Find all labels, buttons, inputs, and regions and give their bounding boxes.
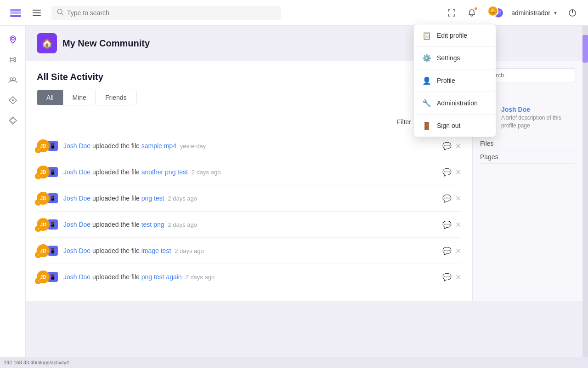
user-avatar: 🔔 AD xyxy=(487,6,508,20)
delete-button-1[interactable]: ✕ xyxy=(455,168,461,177)
svg-rect-3 xyxy=(33,10,41,11)
activity-action-2: uploaded the file xyxy=(92,195,141,202)
delete-button-4[interactable]: ✕ xyxy=(455,247,461,255)
svg-rect-1 xyxy=(10,9,21,12)
activity-actions-3: 💬 ✕ xyxy=(442,220,461,229)
sidebar-item-group[interactable] xyxy=(5,72,21,88)
svg-point-16 xyxy=(10,78,13,80)
activity-time-5: 2 days ago xyxy=(186,274,215,281)
search-input[interactable] xyxy=(67,9,276,17)
activity-avatar-5: ↑ JD 📱 xyxy=(37,270,58,283)
scrollbar-thumb[interactable] xyxy=(582,35,588,63)
comment-button-5[interactable]: 💬 xyxy=(442,273,452,282)
activity-text-2: Josh Doe uploaded the file png test 2 da… xyxy=(63,195,442,202)
activity-user-link-5[interactable]: Josh Doe xyxy=(63,273,90,281)
notifications-button[interactable] xyxy=(464,5,480,21)
activity-file-link-3[interactable]: test png xyxy=(141,221,164,228)
delete-button-3[interactable]: ✕ xyxy=(455,220,461,229)
activity-time-0: yesterday xyxy=(180,143,206,150)
profile-name[interactable]: Josh Doe xyxy=(501,106,575,113)
topbar: 🔔 AD administrador ▾ xyxy=(0,0,588,26)
delete-button-2[interactable]: ✕ xyxy=(455,194,461,203)
svg-point-19 xyxy=(12,99,14,101)
activity-action-1: uploaded the file xyxy=(92,168,141,176)
profile-icon: 👤 xyxy=(422,76,431,85)
comment-button-3[interactable]: 💬 xyxy=(442,220,452,229)
activity-item: ↑ JD 📱 Josh Doe uploaded the file anothe… xyxy=(37,159,461,185)
activity-user-link-2[interactable]: Josh Doe xyxy=(63,195,90,202)
svg-point-6 xyxy=(57,9,62,14)
power-button[interactable] xyxy=(564,5,581,21)
delete-button-0[interactable]: ✕ xyxy=(455,142,461,150)
tab-friends[interactable]: Friends xyxy=(96,90,136,105)
activity-text-0: Josh Doe uploaded the file sample mp4 ye… xyxy=(63,142,442,150)
activity-user-link-3[interactable]: Josh Doe xyxy=(63,221,90,228)
community-icon: 🏠 xyxy=(37,33,57,53)
activity-time-3: 2 days ago xyxy=(168,221,197,228)
dropdown-profile-label: Profile xyxy=(437,77,455,84)
activity-time-2: 2 days ago xyxy=(168,195,197,202)
activity-action-0: uploaded the file xyxy=(92,142,141,150)
sidebar-item-diamond2[interactable] xyxy=(5,112,21,129)
activity-file-link-2[interactable]: png test xyxy=(141,195,164,202)
dropdown-edit-profile-label: Edit profile xyxy=(437,32,467,39)
activity-time-1: 2 days ago xyxy=(192,169,221,176)
activity-file-link-4[interactable]: image test xyxy=(141,247,171,254)
svg-point-14 xyxy=(14,58,16,59)
comment-button-4[interactable]: 💬 xyxy=(442,247,452,255)
dropdown-settings[interactable]: ⚙️ Settings xyxy=(414,47,496,69)
activity-text-4: Josh Doe uploaded the file image test 2 … xyxy=(63,247,442,254)
activity-user-link-1[interactable]: Josh Doe xyxy=(63,168,90,176)
comment-button-2[interactable]: 💬 xyxy=(442,194,452,203)
svg-rect-4 xyxy=(33,12,41,13)
hamburger-menu[interactable] xyxy=(29,6,44,20)
notification-dot xyxy=(474,6,478,11)
sidebar-item-diamond1[interactable] xyxy=(5,92,21,109)
search-bar[interactable] xyxy=(51,6,281,20)
user-dropdown-menu: 📋 Edit profile ⚙️ Settings 👤 Profile 🔧 A… xyxy=(413,24,496,137)
activity-actions-2: 💬 ✕ xyxy=(442,194,461,203)
dropdown-sign-out[interactable]: 🚪 Sign out xyxy=(414,115,496,137)
fullscreen-button[interactable] xyxy=(443,5,460,21)
app-logo[interactable] xyxy=(7,5,24,21)
profile-info: Josh Doe A brief description of this pro… xyxy=(501,106,575,130)
delete-button-5[interactable]: ✕ xyxy=(455,273,461,282)
filter-row: Filter Show All Files Photos Videos xyxy=(37,115,461,129)
content-area: 🏠 My New Community All Site Activity All… xyxy=(26,26,582,357)
activity-file-link-5[interactable]: png test again xyxy=(141,273,182,281)
sidebar-icons xyxy=(0,26,26,357)
dropdown-profile[interactable]: 👤 Profile xyxy=(414,69,496,92)
sidebar-item-location[interactable] xyxy=(5,31,21,48)
activity-user-link-0[interactable]: Josh Doe xyxy=(63,142,90,150)
sidebar-item-tree[interactable] xyxy=(5,52,21,68)
search-icon xyxy=(57,9,63,17)
activity-item: ↑ JD 📱 Josh Doe uploaded the file png te… xyxy=(37,264,461,290)
dropdown-sign-out-label: Sign out xyxy=(437,122,460,129)
activity-actions-0: 💬 ✕ xyxy=(442,142,461,150)
activity-file-link-1[interactable]: another png test xyxy=(141,168,188,176)
page-scrollbar[interactable] xyxy=(582,26,588,357)
status-bar: 192.168.33.40/blogs/activity# xyxy=(0,357,588,368)
activity-file-link-0[interactable]: sample mp4 xyxy=(141,142,176,150)
activity-time-4: 2 days ago xyxy=(175,247,204,254)
activity-avatar-1: ↑ JD 📱 xyxy=(37,166,58,178)
dropdown-settings-label: Settings xyxy=(437,54,460,62)
comment-button-0[interactable]: 💬 xyxy=(442,142,452,150)
activity-text-3: Josh Doe uploaded the file test png 2 da… xyxy=(63,221,442,228)
comment-button-1[interactable]: 💬 xyxy=(442,168,452,177)
activity-user-link-4[interactable]: Josh Doe xyxy=(63,247,90,254)
svg-point-17 xyxy=(13,78,16,80)
tab-all[interactable]: All xyxy=(37,90,63,105)
dropdown-administration[interactable]: 🔧 Administration xyxy=(414,92,496,114)
status-url: 192.168.33.40/blogs/activity# xyxy=(4,360,69,365)
right-panel-link-files[interactable]: Files xyxy=(480,137,575,150)
user-menu-button[interactable]: 🔔 AD administrador ▾ xyxy=(484,4,560,22)
activity-action-5: uploaded the file xyxy=(92,273,141,281)
activity-tabs: All Mine Friends xyxy=(37,90,136,105)
tab-mine[interactable]: Mine xyxy=(63,90,96,105)
activity-list: ↑ JD 📱 Josh Doe uploaded the file sample… xyxy=(37,133,461,290)
right-panel-link-pages[interactable]: Pages xyxy=(480,150,575,164)
activity-avatar-3: ↑ JD 📱 xyxy=(37,218,58,231)
dropdown-edit-profile[interactable]: 📋 Edit profile xyxy=(414,24,496,46)
main-layout: 🏠 My New Community All Site Activity All… xyxy=(0,26,588,357)
